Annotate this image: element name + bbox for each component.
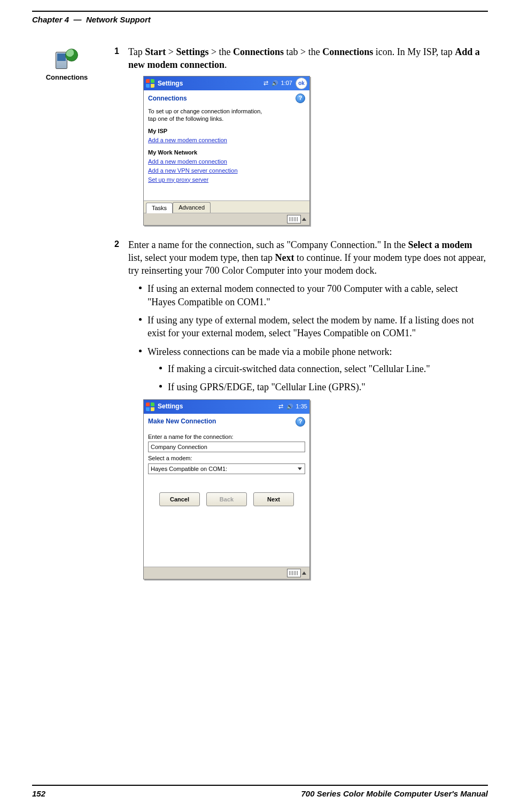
tab-advanced[interactable]: Advanced bbox=[173, 202, 211, 213]
connections-icon bbox=[56, 49, 78, 71]
volume-icon[interactable] bbox=[271, 79, 278, 87]
sip-bar bbox=[144, 213, 309, 225]
my-isp-heading: My ISP bbox=[148, 127, 305, 135]
step-2-text: Enter a name for the connection, such as… bbox=[128, 238, 488, 277]
intro-text: To set up or change connection informati… bbox=[148, 107, 305, 123]
bullet-gprs-edge: If using GPRS/EDGE, tap "Cellular Line (… bbox=[159, 381, 488, 393]
help-icon[interactable]: ? bbox=[296, 94, 305, 103]
chapter-label: Chapter 4 bbox=[32, 15, 69, 24]
bullet-external-cable: If using an external modem connected to … bbox=[139, 282, 488, 308]
page-header: Chapter 4 — Network Support bbox=[32, 15, 488, 24]
titlebar: Settings 1:07 ok bbox=[144, 76, 309, 90]
sip-menu-arrow-icon[interactable] bbox=[302, 571, 306, 575]
page-number: 152 bbox=[32, 789, 45, 798]
dropdown-caret-icon[interactable] bbox=[298, 468, 302, 470]
panel-title: Connections bbox=[148, 94, 187, 103]
titlebar: Settings 1:35 bbox=[144, 400, 309, 414]
sip-menu-arrow-icon[interactable] bbox=[302, 218, 306, 221]
connection-name-input[interactable] bbox=[148, 442, 305, 452]
section-label: Network Support bbox=[86, 15, 151, 24]
bullet-circuit-switched: If making a circuit-switched data connec… bbox=[159, 362, 488, 375]
screenshot-make-new-connection: Settings 1:35 Make New Connection ? bbox=[143, 399, 310, 579]
tab-bar: Tasks Advanced bbox=[144, 200, 309, 213]
next-button[interactable]: Next bbox=[253, 492, 294, 506]
clock-text[interactable]: 1:35 bbox=[296, 403, 307, 411]
window-title: Settings bbox=[158, 79, 260, 88]
start-flag-icon[interactable] bbox=[146, 403, 154, 411]
work-add-modem-link[interactable]: Add a new modem connection bbox=[148, 158, 305, 166]
tab-tasks[interactable]: Tasks bbox=[146, 203, 173, 213]
work-proxy-link[interactable]: Set up my proxy server bbox=[148, 176, 305, 184]
clock-text[interactable]: 1:07 bbox=[281, 79, 292, 87]
cancel-button[interactable]: Cancel bbox=[159, 492, 200, 506]
screenshot-connections: Settings 1:07 ok Connections ? bbox=[143, 76, 310, 226]
bullet-wireless: Wireless connections can be made via a m… bbox=[139, 345, 488, 394]
keyboard-icon[interactable] bbox=[287, 569, 301, 577]
connectivity-icon[interactable] bbox=[278, 403, 283, 411]
keyboard-icon[interactable] bbox=[287, 215, 301, 223]
connectivity-icon[interactable] bbox=[263, 79, 268, 87]
work-add-vpn-link[interactable]: Add a new VPN server connection bbox=[148, 167, 305, 175]
manual-title: 700 Series Color Mobile Computer User's … bbox=[301, 789, 488, 798]
panel-title: Make New Connection bbox=[148, 417, 216, 426]
help-icon[interactable]: ? bbox=[296, 417, 305, 427]
modem-select[interactable] bbox=[148, 463, 305, 474]
step-1-text: Tap Start > Settings > the Connections t… bbox=[128, 45, 488, 72]
select-modem-label: Select a modem: bbox=[148, 454, 305, 462]
my-work-network-heading: My Work Network bbox=[148, 149, 305, 157]
volume-icon[interactable] bbox=[286, 403, 293, 411]
sip-bar bbox=[144, 567, 309, 579]
window-title: Settings bbox=[158, 402, 275, 411]
bullet-external-by-name: If using any type of external modem, sel… bbox=[139, 314, 488, 340]
isp-add-modem-link[interactable]: Add a new modem connection bbox=[148, 136, 305, 144]
connection-name-label: Enter a name for the connection: bbox=[148, 433, 305, 441]
start-flag-icon[interactable] bbox=[146, 79, 154, 88]
ok-button[interactable]: ok bbox=[296, 78, 307, 89]
step-2-number: 2 bbox=[114, 238, 123, 589]
connections-icon-label: Connections bbox=[46, 73, 88, 81]
back-button: Back bbox=[206, 492, 247, 506]
step-1-number: 1 bbox=[114, 45, 123, 235]
